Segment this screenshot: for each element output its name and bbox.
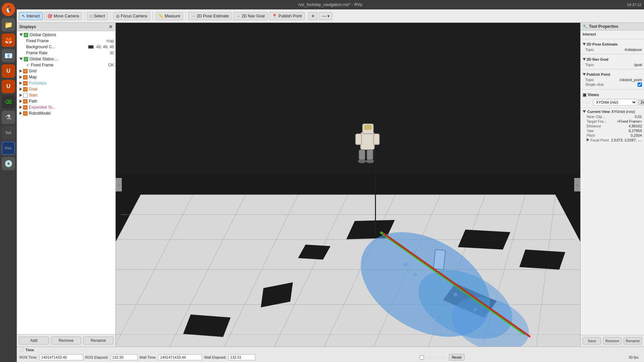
extra-tool-btn[interactable]: ✛ bbox=[308, 12, 318, 20]
robotmodel-check[interactable] bbox=[23, 111, 28, 116]
ros-elapsed-label: ROS Elapsed: bbox=[85, 355, 109, 359]
taskbar-firefox[interactable]: 🦊 bbox=[2, 34, 15, 47]
rename-view-btn[interactable]: Rename bbox=[624, 337, 642, 345]
svg-rect-44 bbox=[373, 134, 379, 145]
save-view-btn[interactable]: Save bbox=[583, 337, 601, 345]
titlebar: rviz_footstep_navigation.rviz* - RViz 19… bbox=[17, 0, 644, 9]
svg-point-32 bbox=[414, 273, 417, 276]
pitch-label: Pitch bbox=[587, 133, 631, 137]
zero-button[interactable]: Zero bbox=[638, 99, 644, 105]
views-type-row: Type: XYOrbit (rviz) Orbit (rviz) TopDow… bbox=[583, 98, 642, 107]
background-color-row[interactable]: Background C... 48; 48; 48 bbox=[17, 44, 115, 50]
taskbar-email[interactable]: 📧 bbox=[2, 49, 15, 62]
global-status-row[interactable]: Global Status:... bbox=[17, 56, 115, 62]
global-options-check[interactable] bbox=[24, 33, 28, 37]
target-frame-value: <Fixed Frame> bbox=[617, 119, 642, 123]
view-type-select[interactable]: XYOrbit (rviz) Orbit (rviz) TopDownOrtho… bbox=[593, 99, 637, 106]
publish-point-button[interactable]: 📍 Publish Point bbox=[269, 12, 305, 20]
remove-view-btn[interactable]: Remove bbox=[603, 337, 622, 345]
expanded-check[interactable] bbox=[23, 105, 28, 110]
wall-time-input[interactable] bbox=[158, 354, 202, 360]
footsteps-check[interactable] bbox=[23, 81, 28, 85]
nav-goal-section: 2D Nav Goal Topic /goal bbox=[581, 55, 644, 68]
nav-goal-button[interactable]: → 2D Nav Goal bbox=[233, 12, 268, 20]
path-arrow bbox=[19, 100, 22, 103]
reset-button[interactable]: Reset bbox=[449, 354, 465, 361]
experimental-checkbox[interactable] bbox=[420, 355, 424, 360]
start-row[interactable]: Start bbox=[17, 92, 115, 98]
pose-topic-row: Topic /initialpose bbox=[583, 47, 642, 52]
taskbar-tex[interactable]: TeX bbox=[2, 126, 15, 139]
publish-topic-row: Topic /clicked_point bbox=[583, 77, 642, 82]
divider-5 bbox=[583, 108, 642, 108]
start-check[interactable] bbox=[23, 93, 28, 98]
pose-estimate-button[interactable]: → 2D Pose Estimate bbox=[188, 12, 232, 20]
select-button[interactable]: □ Select bbox=[87, 12, 108, 20]
fixed-frame-row[interactable]: Fixed Frame map bbox=[17, 38, 115, 44]
measure-button[interactable]: 📏 Measure bbox=[155, 12, 183, 20]
near-clip-row: Near Clip ... 0,01 bbox=[583, 114, 642, 119]
grid-row[interactable]: Grid bbox=[17, 68, 115, 74]
path-check[interactable] bbox=[23, 99, 28, 104]
time-fields: ROS Time: ROS Elapsed: Wall Time: Wall E… bbox=[17, 353, 644, 362]
rename-display-btn[interactable]: Rename bbox=[83, 337, 113, 345]
publish-point-section: Publish Point Topic /clicked_point Singl… bbox=[581, 70, 644, 88]
goal-arrow bbox=[19, 87, 22, 91]
pitch-row: Pitch 0,2504 bbox=[583, 133, 642, 138]
goal-row[interactable]: Goal bbox=[17, 86, 115, 92]
frame-rate-row[interactable]: Frame Rate 30 bbox=[17, 50, 115, 56]
footsteps-row[interactable]: Footsteps bbox=[17, 80, 115, 86]
near-clip-value: 0,01 bbox=[635, 115, 642, 119]
fixed-frame-ok-label: Fixed Frame bbox=[31, 63, 107, 67]
goal-check[interactable] bbox=[23, 87, 28, 92]
toolbar-sep-3 bbox=[153, 12, 153, 20]
background-color-label: Background C... bbox=[26, 45, 88, 49]
wall-elapsed-input[interactable] bbox=[228, 354, 255, 360]
taskbar-ubuntu[interactable]: 🐧 bbox=[2, 3, 15, 16]
taskbar-rviz[interactable]: RViz bbox=[2, 141, 15, 155]
svg-marker-23 bbox=[519, 250, 565, 270]
viewport-scroll-right[interactable]: › bbox=[574, 178, 580, 191]
displays-panel: Displays ✕ Global Options Fixed Frame ma… bbox=[17, 23, 116, 347]
expanded-row[interactable]: Expanded St... bbox=[17, 104, 115, 110]
taskbar-terminal[interactable]: ⌫ bbox=[2, 95, 15, 109]
global-options-row[interactable]: Global Options bbox=[17, 32, 115, 38]
fixed-frame-label: Fixed Frame bbox=[26, 39, 105, 43]
remove-display-btn[interactable]: Remove bbox=[51, 337, 81, 345]
path-row[interactable]: Path bbox=[17, 98, 115, 104]
yaw-label: Yaw bbox=[587, 129, 629, 133]
3d-viewport[interactable]: ‹ › bbox=[116, 23, 580, 347]
taskbar-u1[interactable]: U bbox=[2, 64, 15, 78]
map-check[interactable] bbox=[23, 75, 28, 79]
grid-check[interactable] bbox=[23, 69, 28, 73]
viewport-scroll-left[interactable]: ‹ bbox=[116, 178, 122, 191]
wall-elapsed-label: Wall Elapsed: bbox=[204, 355, 226, 359]
global-status-check[interactable] bbox=[24, 57, 28, 61]
taskbar-u2[interactable]: U bbox=[2, 80, 15, 93]
yaw-value: 6,27855 bbox=[629, 129, 642, 133]
ros-time-input[interactable] bbox=[40, 354, 83, 360]
fps-label: 30 fps bbox=[629, 355, 641, 359]
map-row[interactable]: Map bbox=[17, 74, 115, 80]
robotmodel-row[interactable]: RobotModel bbox=[17, 110, 115, 116]
footsteps-label: Footsteps bbox=[29, 81, 114, 85]
distance-value: 4,88162 bbox=[629, 124, 642, 128]
single-click-checkbox[interactable] bbox=[638, 82, 642, 87]
single-click-row: Single click bbox=[583, 82, 642, 87]
time-bar: 🕐 Time ROS Time: ROS Elapsed: Wall Time:… bbox=[17, 347, 644, 362]
toolbar-dropdown[interactable]: — ▾ bbox=[319, 12, 332, 20]
move-camera-button[interactable]: 🎯 Move Camera bbox=[44, 12, 82, 20]
ros-elapsed-input[interactable] bbox=[111, 354, 138, 360]
grid-arrow bbox=[19, 69, 22, 73]
views-buttons: Save Remove Rename bbox=[581, 335, 644, 347]
taskbar-files[interactable]: 📁 bbox=[2, 18, 15, 32]
add-display-btn[interactable]: Add bbox=[19, 337, 49, 345]
svg-point-48 bbox=[366, 159, 374, 163]
focus-camera-button[interactable]: ◎ Focus Camera bbox=[113, 12, 150, 20]
taskbar-science[interactable]: ⚗ bbox=[2, 111, 15, 124]
displays-close-btn[interactable]: ✕ bbox=[109, 24, 113, 29]
focal-point-row: Focal Point 2,5373; 2,0287; -... bbox=[583, 138, 642, 142]
svg-point-33 bbox=[428, 282, 433, 287]
taskbar-disk[interactable]: 💿 bbox=[2, 157, 15, 170]
interact-button[interactable]: ↖ Interact bbox=[19, 12, 43, 20]
